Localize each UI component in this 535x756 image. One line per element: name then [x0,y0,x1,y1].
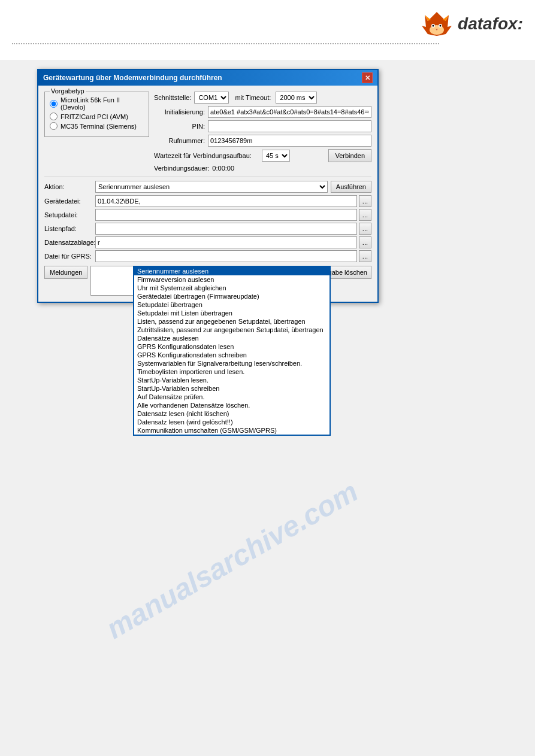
vorgabetyp-label: Vorgabetyp [50,87,86,95]
datensatz-label: Datensatzablage: [44,239,95,246]
datensatz-browse[interactable]: ... [359,236,371,248]
timeout-select[interactable]: 2000 ms [276,92,317,104]
radio-mc35-input[interactable] [50,122,58,130]
aktion-dropdown-list[interactable]: Seriennummer auslesen Firmwareversion au… [133,266,331,436]
aktion-row: Aktion: Seriennummer auslesen Ausführen [44,181,371,193]
wartezeit-label: Wartezeit für Verbindungsaufbau: [154,152,262,159]
dropdown-item-19[interactable]: Kommunikation umschalten (GSM/GSM/GPRS) [134,426,330,435]
dropdown-item-13[interactable]: StartUp-Variablen lesen. [134,376,330,384]
dropdown-item-16[interactable]: Alle vorhandenen Datensätze löschen. [134,401,330,409]
dropdown-item-3[interactable]: Gerätedatei übertragen (Firmwareupdate) [134,292,330,300]
geraetedatei-label: Gerätedatei: [44,198,95,205]
schnittstelle-label: Schnittstelle: [154,94,191,101]
dropdown-item-10[interactable]: GPRS Konfigurationsdaten schreiben [134,351,330,359]
verbinden-button[interactable]: Verbinden [328,149,371,162]
dropdown-item-8[interactable]: Datensätze auslesen [134,334,330,342]
dropdown-item-12[interactable]: Timeboylisten importieren und lesen. [134,368,330,376]
dropdown-item-9[interactable]: GPRS Konfigurationsdaten lesen [134,342,330,351]
verbindungsdauer-row: Verbindungsdauer: 0:00:00 [154,165,371,172]
timeout-label: mit Timeout: [235,94,271,101]
dialog-title: Gerätewartung über Modemverbindung durch… [43,74,222,82]
rufnummer-input[interactable] [208,135,371,147]
pin-label: PIN: [154,123,208,130]
geraetedatei-input[interactable] [95,195,357,207]
vorgabetyp-group: Vorgabetyp MicroLink 56k Fun II (Devolo)… [44,92,149,137]
init-input[interactable] [208,106,371,118]
radio-fritz-label: FRITZ!Card PCI (AVM) [61,113,128,120]
setupdatei-input[interactable] [95,209,357,221]
logo-text: datafox: [458,14,523,34]
dropdown-item-4[interactable]: Setupdatei übertragen [134,300,330,309]
radio-microlink[interactable]: MicroLink 56k Fun II (Devolo) [50,96,144,111]
radio-mc35[interactable]: MC35 Terminal (Siemens) [50,122,144,130]
radio-microlink-input[interactable] [50,100,58,108]
aktion-label: Aktion: [44,183,95,190]
listenpfad-input[interactable] [95,223,357,235]
dropdown-item-5[interactable]: Setupdatei mit Listen übertragen [134,309,330,317]
pin-input[interactable] [208,120,371,132]
svg-point-7 [440,25,442,27]
divider [44,177,371,177]
listenpfad-row: Listenpfad: ... [44,223,371,235]
rufnummer-label: Rufnummer: [154,137,208,144]
radio-fritz-input[interactable] [50,113,58,120]
svg-point-6 [433,25,434,27]
radio-microlink-label: MicroLink 56k Fun II (Devolo) [61,96,144,111]
gprs-row: Datei für GPRS: ... [44,250,371,262]
dropdown-item-7[interactable]: Zutrittslisten, passend zur angegebenen … [134,326,330,334]
setupdatei-row: Setupdatei: ... [44,209,371,221]
verbindungsdauer-label: Verbindungsdauer: [154,165,209,172]
radio-mc35-label: MC35 Terminal (Siemens) [61,123,137,130]
pin-row: PIN: [154,120,371,132]
datensatz-input[interactable] [95,236,357,248]
main-dialog: Gerätewartung über Modemverbindung durch… [37,69,379,303]
listenpfad-browse[interactable]: ... [359,223,371,235]
schnittstelle-row: Schnittstelle: COM1 mit Timeout: 2000 ms [154,92,371,104]
setupdatei-label: Setupdatei: [44,211,95,218]
close-button[interactable]: ✕ [362,72,373,83]
dropdown-item-17[interactable]: Datensatz lesen (nicht löschen) [134,409,330,418]
com-select[interactable]: COM1 [194,92,229,104]
dropdown-item-2[interactable]: Uhr mit Systemzeit abgleichen [134,284,330,292]
init-label: Initialisierung: [154,108,208,116]
left-panel: Vorgabetyp MicroLink 56k Fun II (Devolo)… [44,92,149,173]
gprs-input[interactable] [95,250,357,262]
meldungen-button[interactable]: Meldungen [44,266,87,279]
radio-fritz[interactable]: FRITZ!Card PCI (AVM) [50,113,144,120]
dropdown-item-18[interactable]: Datensatz lesen (wird gelöscht!!) [134,418,330,426]
wartezeit-row: Wartezeit für Verbindungsaufbau: 45 s Ve… [154,149,371,162]
logo-area: datafox: [419,9,523,39]
verbindungsdauer-value: 0:00:00 [212,165,234,172]
dialog-titlebar: Gerätewartung über Modemverbindung durch… [38,70,377,86]
dropdown-item-6[interactable]: Listen, passend zur angegebenen Setupdat… [134,317,330,326]
dotted-divider [12,43,439,44]
geraetedatei-row: Gerätedatei: ... [44,195,371,207]
top-section: Vorgabetyp MicroLink 56k Fun II (Devolo)… [44,92,371,173]
dropdown-item-14[interactable]: StartUp-Variablen schreiben [134,384,330,393]
wartezeit-select[interactable]: 45 s [262,150,290,162]
gprs-label: Datei für GPRS: [44,253,95,260]
listenpfad-label: Listenpfad: [44,225,95,232]
fox-icon [419,9,455,39]
right-panel: Schnittstelle: COM1 mit Timeout: 2000 ms… [154,92,371,173]
datensatz-row: Datensatzablage: ... [44,236,371,248]
top-bar: datafox: [0,0,535,60]
rufnummer-row: Rufnummer: [154,135,371,147]
action-section: Aktion: Seriennummer auslesen Ausführen … [44,181,371,262]
watermark: manualsarchive.com [101,475,364,645]
init-row: Initialisierung: [154,106,371,118]
geraetedatei-browse[interactable]: ... [359,195,371,207]
ausfuehren-button[interactable]: Ausführen [331,181,371,193]
dropdown-item-0[interactable]: Seriennummer auslesen [134,267,330,275]
setupdatei-browse[interactable]: ... [359,209,371,221]
dropdown-item-15[interactable]: Auf Datensätze prüfen. [134,393,330,401]
aktion-select[interactable]: Seriennummer auslesen [95,181,328,193]
gprs-browse[interactable]: ... [359,250,371,262]
dropdown-item-1[interactable]: Firmwareversion auslesen [134,275,330,284]
dropdown-item-11[interactable]: Systemvariablen für Signalverarbeitung l… [134,359,330,368]
